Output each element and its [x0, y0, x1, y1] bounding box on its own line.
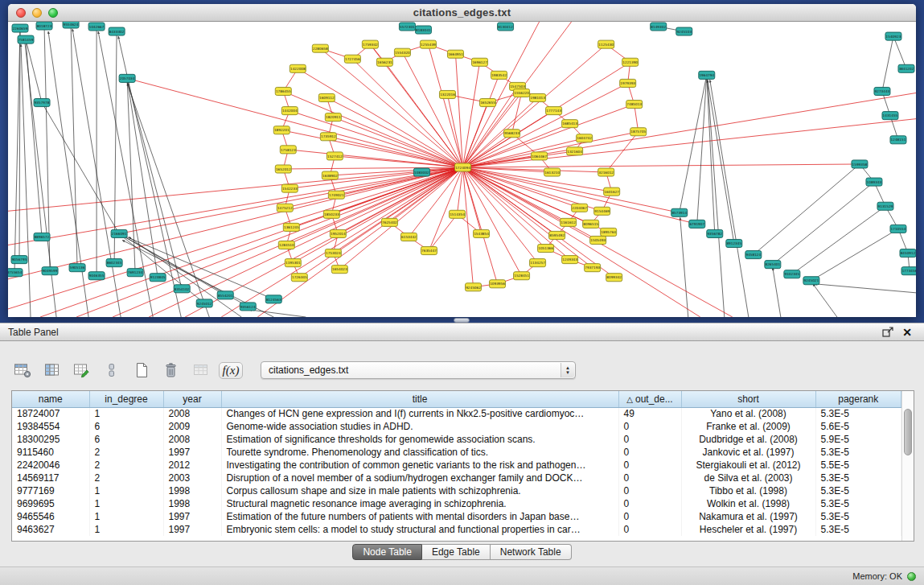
graph-node[interactable]: 1820911	[325, 113, 341, 122]
graph-node[interactable]: 1979393	[620, 79, 636, 87]
graph-node[interactable]: 1601627	[604, 187, 620, 196]
graph-node[interactable]: 9049599	[42, 267, 58, 275]
graph-node[interactable]: 1710554	[890, 225, 906, 233]
table-scrollbar[interactable]	[901, 391, 914, 541]
graph-node[interactable]: 1361245	[283, 223, 299, 231]
graph-node[interactable]: 5572301	[399, 23, 415, 31]
float-panel-button[interactable]	[878, 327, 898, 337]
graph-node[interactable]: 8595492	[549, 231, 565, 239]
graph-node[interactable]: 9245021	[803, 277, 819, 285]
graph-node[interactable]: 1125430	[598, 40, 614, 48]
graph-node[interactable]: 2057034	[119, 74, 135, 82]
graph-node[interactable]: 1850233	[323, 210, 339, 218]
graph-node[interactable]: 1726345	[291, 274, 307, 282]
minimize-window-button[interactable]	[32, 8, 42, 18]
graph-node[interactable]: 1964794	[699, 71, 715, 79]
graph-node[interactable]: 8450912	[900, 249, 916, 257]
graph-node[interactable]: 1083002	[413, 168, 429, 176]
graph-node[interactable]: 9245012	[196, 299, 212, 307]
tab-node-table[interactable]: Node Table	[352, 544, 422, 560]
table-row[interactable]: 946554611997Estimation of the future num…	[12, 510, 901, 523]
graph-node[interactable]: 1895764	[601, 228, 617, 236]
graph-node[interactable]: 1475212	[277, 204, 293, 212]
graph-node[interactable]: 2166091	[111, 229, 127, 237]
hub-node[interactable]: 1724094	[454, 163, 470, 171]
graph-node[interactable]: 1514354	[449, 210, 465, 218]
table-row[interactable]: 1872400712008Changes of HCN gene express…	[12, 407, 901, 420]
table-row[interactable]: 1456911722003Disruption of a novel membe…	[12, 472, 901, 484]
graph-node[interactable]: 1064467	[532, 152, 548, 160]
graph-node[interactable]: 3841202	[898, 64, 914, 72]
function-builder-button[interactable]: f(x)	[220, 360, 242, 381]
graph-node[interactable]: 1542233	[281, 184, 298, 192]
graph-node[interactable]: 1981013	[530, 93, 546, 101]
column-header-short[interactable]: short	[681, 391, 815, 407]
table-row[interactable]: 946362711997Embryonic stem cells: a mode…	[12, 523, 901, 536]
graph-node[interactable]: 1051366	[538, 245, 554, 253]
close-window-button[interactable]	[16, 8, 26, 18]
graph-node[interactable]: 7625402	[381, 218, 397, 226]
graph-node[interactable]: 1527412	[326, 152, 343, 160]
graph-node[interactable]: 1554320	[394, 48, 410, 56]
graph-node[interactable]: 1773456	[901, 267, 916, 275]
column-header-out_de[interactable]: △out_de...	[618, 391, 681, 407]
graph-node[interactable]: 1758123	[280, 146, 296, 154]
graph-node[interactable]: 1685413	[562, 120, 578, 128]
graph-node[interactable]: 8183041	[415, 26, 431, 34]
graph-node[interactable]: 1161612	[561, 218, 577, 226]
column-header-in_degree[interactable]: in_degree	[89, 391, 163, 407]
graph-node[interactable]: 1735912	[320, 133, 336, 141]
zoom-window-button[interactable]	[48, 8, 58, 18]
graph-node[interactable]: 7691234	[127, 269, 143, 277]
graph-node[interactable]: 7485013	[626, 101, 643, 109]
delete-button[interactable]	[160, 360, 183, 381]
graph-node[interactable]: 1638902	[322, 171, 338, 179]
network-view[interactable]: 2260659801872395546241042667758145984333…	[8, 22, 916, 317]
column-header-pagerank[interactable]: pagerank	[815, 391, 901, 407]
graph-node[interactable]: 8018723	[36, 22, 52, 30]
graph-node[interactable]: 8124563	[265, 295, 281, 303]
network-canvas[interactable]: 2260659801872395546241042667758145984333…	[8, 22, 916, 317]
graph-node[interactable]: 1089343	[866, 178, 882, 186]
graph-node[interactable]: 1248151	[890, 136, 906, 144]
graph-node[interactable]: 1255439	[420, 40, 436, 48]
graph-node[interactable]: 1983542	[491, 71, 507, 79]
table-row[interactable]: 1830029562008Estimation of significance …	[12, 433, 901, 446]
graph-node[interactable]: 7937193	[585, 264, 601, 272]
graph-node[interactable]: 1609112	[318, 93, 335, 101]
graph-node[interactable]: 1442004	[281, 107, 298, 115]
graph-node[interactable]: 8573914	[671, 208, 688, 216]
graph-node[interactable]: 1321604	[567, 147, 583, 155]
graph-node[interactable]: 1952014	[330, 229, 346, 237]
graph-node[interactable]: 8912345	[726, 239, 742, 247]
graph-node[interactable]: 1422008	[290, 64, 306, 72]
graph-node[interactable]: 1652655	[480, 99, 496, 107]
graph-node[interactable]: 1656231	[376, 58, 392, 66]
table-mode-button[interactable]	[11, 360, 34, 381]
graph-node[interactable]: 2260659	[12, 24, 28, 32]
graph-node[interactable]: 8554201	[217, 291, 233, 299]
graph-node[interactable]: 8433302	[109, 27, 125, 35]
graph-node[interactable]: 9357978	[34, 99, 50, 107]
graph-node[interactable]: 1505493	[590, 236, 606, 244]
graph-node[interactable]: 8265401	[765, 261, 781, 269]
graph-node[interactable]: 1727456	[344, 55, 360, 63]
column-header-title[interactable]: title	[221, 391, 618, 407]
graph-node[interactable]: 9356782	[707, 229, 723, 237]
graph-node[interactable]: 1875705	[630, 128, 647, 136]
graph-node[interactable]: 7581459	[18, 35, 34, 43]
graph-node[interactable]: 9046355	[88, 272, 105, 280]
table-row[interactable]: 2242004622012Investigating the contribut…	[12, 459, 901, 472]
graph-node[interactable]: 1221390	[622, 58, 639, 66]
graph-node[interactable]: 8896572	[34, 233, 50, 241]
graph-node[interactable]: 1654023	[331, 266, 347, 274]
graph-node[interactable]: 1759342	[362, 40, 378, 48]
graph-node[interactable]: 6791907	[689, 220, 705, 228]
graph-node[interactable]: 1134257	[530, 259, 546, 267]
graph-node[interactable]: 8755654	[8, 269, 23, 277]
graph-node[interactable]: 1249343	[562, 256, 578, 264]
graph-node[interactable]: 9154469	[594, 207, 610, 215]
graph-node[interactable]: 1431455	[882, 112, 898, 120]
graph-node[interactable]: 1786455	[275, 87, 291, 95]
new-file-button[interactable]	[130, 360, 153, 381]
